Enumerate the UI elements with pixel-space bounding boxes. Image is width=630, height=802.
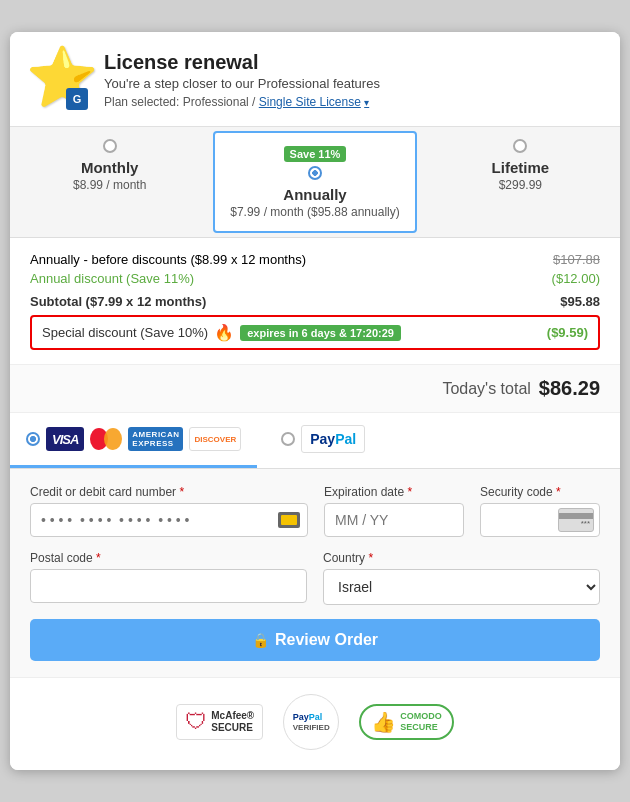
mcafee-badge: 🛡 McAfee® SECURE [176, 704, 263, 740]
tab-annually[interactable]: Save 11% Annually $7.99 / month ($95.88 … [213, 131, 416, 233]
card-number-group: Credit or debit card number * [30, 485, 308, 537]
page-title: License renewal [104, 51, 380, 74]
postal-label: Postal code * [30, 551, 307, 565]
review-order-label: Review Order [275, 631, 378, 649]
subtotal-row: Subtotal ($7.99 x 12 months) $95.88 [30, 294, 600, 309]
main-card: ⭐ G License renewal You're a step closer… [10, 32, 620, 770]
expiry-group: Expiration date * [324, 485, 464, 537]
comodo-badge: 👍 COMODO SECURE [359, 704, 454, 740]
thumbs-up-icon: 👍 [371, 710, 396, 734]
visa-logo: VISA [46, 427, 84, 451]
special-discount-left: Special discount (Save 10%) 🔥 expires in… [42, 323, 401, 342]
monthly-tab-name: Monthly [18, 159, 201, 176]
mcafee-text: McAfee® SECURE [211, 710, 254, 734]
header: ⭐ G License renewal You're a step closer… [10, 32, 620, 127]
paypal-payment-method[interactable]: PayPal [257, 413, 381, 468]
security-label: Security code * [480, 485, 600, 499]
paypal-logo: PayPal [301, 425, 365, 453]
annually-tab-price: $7.99 / month ($95.88 annually) [230, 205, 399, 219]
total-amount: $86.29 [539, 377, 600, 400]
annually-radio[interactable] [308, 166, 322, 180]
country-select[interactable]: Israel United States United Kingdom Cana… [323, 569, 600, 605]
page-subtitle: You're a step closer to our Professional… [104, 76, 380, 91]
annual-discount-row: Annual discount (Save 11%) ($12.00) [30, 271, 600, 286]
country-group: Country * Israel United States United Ki… [323, 551, 600, 605]
amex-logo: AMERICANEXPRESS [128, 427, 183, 451]
pricing-breakdown: Annually - before discounts ($8.99 x 12 … [10, 238, 620, 365]
trust-badges: 🛡 McAfee® SECURE PayPal VERIFIED 👍 COMOD… [10, 677, 620, 770]
postal-input[interactable] [30, 569, 307, 603]
security-wrapper [480, 503, 600, 537]
card-number-wrapper [30, 503, 308, 537]
expiry-input[interactable] [324, 503, 464, 537]
shield-badge: G [66, 88, 88, 110]
special-discount-amount: ($9.59) [547, 325, 588, 340]
payment-methods: VISA AMERICANEXPRESS DISCOVER PayPal [10, 413, 620, 469]
product-icon: ⭐ G [26, 48, 90, 112]
monthly-tab-price: $8.99 / month [73, 178, 146, 192]
review-order-button[interactable]: 🔒 Review Order [30, 619, 600, 661]
mastercard-logo [90, 428, 122, 450]
card-payment-radio[interactable] [26, 432, 40, 446]
expiry-label: Expiration date * [324, 485, 464, 499]
plan-link[interactable]: Single Site License [259, 95, 361, 109]
plan-dropdown-arrow[interactable]: ▾ [364, 97, 369, 108]
country-label: Country * [323, 551, 600, 565]
tab-monthly[interactable]: Monthly $8.99 / month [10, 127, 209, 237]
card-number-row: Credit or debit card number * Expiration… [30, 485, 600, 537]
subtotal-label: Subtotal ($7.99 x 12 months) [30, 294, 206, 309]
before-discount-label: Annually - before discounts ($8.99 x 12 … [30, 252, 306, 267]
comodo-text: COMODO SECURE [400, 711, 442, 733]
total-row: Today's total $86.29 [10, 365, 620, 413]
header-text: License renewal You're a step closer to … [104, 51, 380, 109]
security-card-icon [558, 508, 594, 532]
paypal-verified-text: PayPal VERIFIED [293, 712, 330, 732]
paypal-payment-radio[interactable] [281, 432, 295, 446]
annually-tab-name: Annually [223, 186, 406, 203]
mcafee-shield-icon: 🛡 [185, 709, 207, 735]
fire-icon: 🔥 [214, 323, 234, 342]
before-discount-amount: $107.88 [553, 252, 600, 267]
payment-section: VISA AMERICANEXPRESS DISCOVER PayPal [10, 413, 620, 677]
expires-badge: expires in 6 days & 17:20:29 [240, 325, 401, 341]
plan-selector: Plan selected: Professional / Single Sit… [104, 95, 380, 109]
card-number-input[interactable] [30, 503, 308, 537]
discover-logo: DISCOVER [189, 427, 241, 451]
special-discount-row: Special discount (Save 10%) 🔥 expires in… [30, 315, 600, 350]
card-number-label: Credit or debit card number * [30, 485, 308, 499]
subtotal-amount: $95.88 [560, 294, 600, 309]
paypal-verified-badge: PayPal VERIFIED [283, 694, 339, 750]
postal-country-row: Postal code * Country * Israel United St… [30, 551, 600, 605]
monthly-radio[interactable] [103, 139, 117, 153]
card-payment-method[interactable]: VISA AMERICANEXPRESS DISCOVER [10, 413, 257, 468]
lock-icon: 🔒 [252, 632, 269, 648]
card-icon [278, 512, 300, 528]
annually-save-badge: Save 11% [284, 146, 347, 162]
lifetime-tab-price: $299.99 [499, 178, 542, 192]
lifetime-radio[interactable] [513, 139, 527, 153]
security-group: Security code * [480, 485, 600, 537]
special-discount-label: Special discount (Save 10%) [42, 325, 208, 340]
tab-lifetime[interactable]: Lifetime $299.99 [421, 127, 620, 237]
card-logos: VISA AMERICANEXPRESS DISCOVER [46, 427, 241, 451]
annual-discount-amount: ($12.00) [552, 271, 600, 286]
total-label: Today's total [442, 380, 530, 398]
lifetime-tab-name: Lifetime [429, 159, 612, 176]
before-discount-row: Annually - before discounts ($8.99 x 12 … [30, 252, 600, 267]
postal-group: Postal code * [30, 551, 307, 605]
pricing-tabs: Monthly $8.99 / month Save 11% Annually … [10, 127, 620, 238]
annual-discount-label: Annual discount (Save 11%) [30, 271, 194, 286]
payment-form: Credit or debit card number * Expiration… [10, 469, 620, 677]
